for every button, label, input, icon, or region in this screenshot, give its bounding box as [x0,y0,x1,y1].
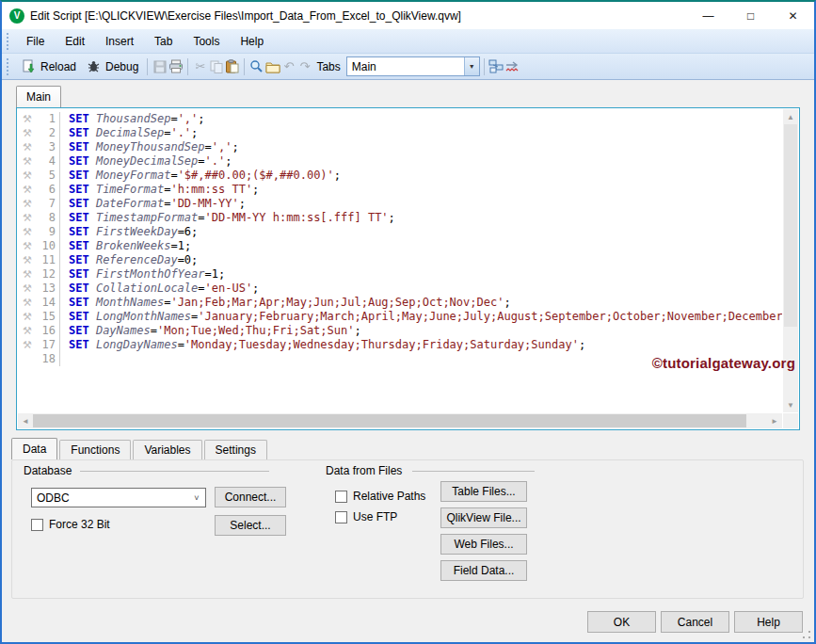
hammer-icon[interactable]: ⚒ [19,169,36,183]
toolbar-grip[interactable] [7,58,10,75]
connect-button[interactable]: Connect... [215,487,286,507]
menu-item-edit[interactable]: Edit [55,31,95,52]
web-files-button[interactable]: Web Files... [440,534,527,555]
scroll-right-icon[interactable]: ► [767,413,782,428]
table-viewer-icon[interactable] [488,58,504,74]
menu-item-file[interactable]: File [16,31,55,52]
maximize-button[interactable]: □ [729,2,772,29]
scroll-up-icon[interactable]: ▲ [783,109,798,124]
resize-grip[interactable] [802,630,811,639]
minimize-button[interactable]: — [687,2,729,29]
variable-name: MoneyDecimalSep [96,154,198,168]
database-group-line [80,471,269,472]
copy-icon[interactable] [208,58,224,74]
save-icon[interactable] [152,58,168,74]
reload-button[interactable]: Reload [16,56,81,76]
force-32bit-checkbox[interactable] [31,519,43,531]
debug-button[interactable]: Debug [81,56,143,76]
database-select[interactable]: ODBC ˅ [31,488,206,507]
horizontal-scroll-thumb[interactable] [33,414,746,427]
print-icon[interactable] [168,58,184,74]
value: '.' [205,154,226,168]
select-button[interactable]: Select... [215,515,286,536]
hammer-icon[interactable]: ⚒ [19,197,36,211]
menu-item-tab[interactable]: Tab [144,31,183,52]
tab-data[interactable]: Data [11,438,57,459]
files-group-line [412,471,535,472]
semicolon: ; [225,154,232,168]
folder-icon[interactable] [264,58,280,74]
hammer-icon[interactable]: ⚒ [19,324,36,338]
qlikview-file-button[interactable]: QlikView File... [440,507,527,528]
semicolon: ; [239,197,246,210]
semicolon: ; [191,225,198,238]
line-number: 3 [36,140,60,154]
scroll-down-icon[interactable]: ▼ [783,397,798,412]
cut-icon[interactable]: ✂ [192,58,208,74]
menu-item-insert[interactable]: Insert [95,31,144,52]
use-ftp-checkbox[interactable] [335,511,347,523]
close-button[interactable]: ✕ [772,2,814,29]
search-icon[interactable] [248,58,264,74]
horizontal-scrollbar[interactable]: ◄ ► [18,413,782,428]
ok-button[interactable]: OK [587,611,656,633]
menu-item-tools[interactable]: Tools [183,31,230,52]
variable-name: MoneyThousandSep [96,140,205,153]
hammer-icon[interactable]: ⚒ [19,126,36,140]
script-line: ⚒12SET FirstMonthOfYear=1; [19,267,782,282]
line-number: 16 [36,324,60,338]
line-code: SET MonthNames='Jan;Feb;Mar;Apr;May;Jun;… [69,296,511,309]
hammer-icon[interactable]: ⚒ [19,239,36,253]
paste-icon[interactable] [224,58,240,74]
keyword: SET [69,211,89,224]
chevron-down-icon: ˅ [188,493,205,503]
window-title: Edit Script [E:\QLICKVIEW\Exercise Files… [30,9,687,23]
hammer-icon[interactable]: ⚒ [19,225,36,239]
menu-item-help[interactable]: Help [230,31,274,52]
line-number: 1 [36,112,60,126]
vertical-scroll-thumb[interactable] [784,124,797,327]
hammer-icon[interactable]: ⚒ [19,267,36,282]
hammer-icon[interactable]: ⚒ [19,282,36,296]
line-code: SET BrokenWeeks=1; [69,239,191,252]
minimize-icon: — [703,9,714,23]
tab-variables[interactable]: Variables [133,440,201,459]
hammer-icon[interactable]: ⚒ [19,112,36,126]
tab-functions[interactable]: Functions [59,440,131,459]
menubar: FileEditInsertTabToolsHelp [2,29,814,54]
syntax-check-icon[interactable] [504,58,520,74]
scroll-left-icon[interactable]: ◄ [18,413,33,428]
tab-settings[interactable]: Settings [204,440,267,459]
field-data-button[interactable]: Field Data... [440,560,527,581]
menubar-grip[interactable] [7,33,10,50]
debug-label: Debug [105,60,138,73]
hammer-icon[interactable]: ⚒ [19,253,36,267]
tab-selector[interactable]: Main ▼ [346,56,480,76]
hammer-icon[interactable]: ⚒ [19,338,36,352]
database-select-value: ODBC [32,491,188,505]
hammer-icon[interactable]: ⚒ [19,296,36,310]
script-line: ⚒2SET DecimalSep='.'; [19,126,782,140]
help-button[interactable]: Help [734,611,803,633]
hammer-icon[interactable]: ⚒ [19,140,36,154]
back-icon[interactable]: ↶ [280,58,296,74]
hammer-icon[interactable]: ⚒ [19,183,36,197]
script-line: ⚒14SET MonthNames='Jan;Feb;Mar;Apr;May;J… [19,296,782,310]
script-line: ⚒8SET TimestampFormat='DD-MM-YY h:mm:ss[… [19,211,782,225]
forward-icon[interactable]: ↷ [296,58,312,74]
relative-paths-checkbox[interactable] [335,491,347,503]
line-code: SET LongDayNames='Monday;Tuesday;Wednesd… [69,338,585,351]
script-editor-frame: ⚒1SET ThousandSep=',';⚒2SET DecimalSep='… [16,107,800,430]
equals: = [178,253,184,266]
hammer-icon[interactable]: ⚒ [19,211,36,225]
table-files-button[interactable]: Table Files... [440,481,527,502]
variable-name: CollationLocale [96,282,198,295]
script-tab-main[interactable]: Main [16,86,61,107]
hammer-icon[interactable]: ⚒ [19,154,36,169]
cancel-button[interactable]: Cancel [661,611,729,633]
line-number: 10 [36,239,60,253]
watermark: ©tutorialgateway.org [652,355,795,371]
script-line: ⚒11SET ReferenceDay=0; [19,253,782,267]
hammer-icon[interactable]: ⚒ [19,310,36,324]
tab-selector-dropdown-button[interactable]: ▼ [464,57,479,75]
